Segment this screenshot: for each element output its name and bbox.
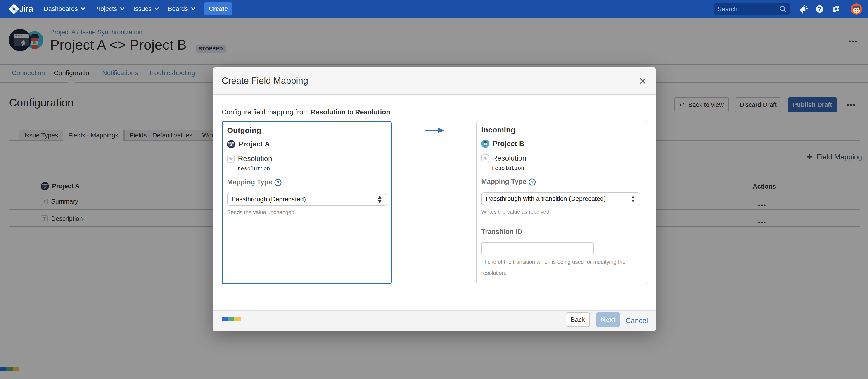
svg-text:?: ? [531,179,534,185]
svg-text:?: ? [277,180,280,185]
svg-text:?: ? [818,6,821,12]
